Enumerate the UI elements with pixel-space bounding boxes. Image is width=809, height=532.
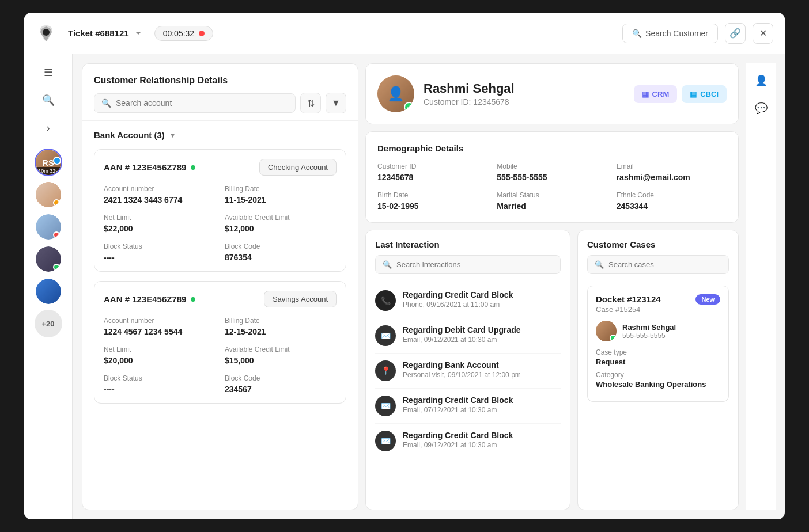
demo-field-birthdate: Birth Date 15-02-1995 <box>377 191 487 211</box>
link-icon-button[interactable]: 🔗 <box>725 23 746 44</box>
interaction-text-2: Regarding Bank Account Personal visit, 0… <box>403 360 521 379</box>
email-label: Email <box>617 162 727 170</box>
top-bar: Ticket #688121 00:05:32 🔍 Search Custome… <box>24 13 785 54</box>
left-panel-body: Bank Account (3) ▼ AAN # 123E456Z789 Che… <box>82 121 358 510</box>
email-icon-4: ✉️ <box>375 431 396 451</box>
interaction-title-0: Regarding Credit Card Block <box>403 290 513 299</box>
interactions-panel: Last Interaction 🔍 📞 Regarding Credit Ca… <box>365 230 570 510</box>
avail-credit-value: $12,000 <box>225 224 337 233</box>
expand-icon-button[interactable]: › <box>37 116 60 139</box>
account-field-block-code: Block Code 876354 <box>225 242 337 262</box>
account-field-net-limit: Net Limit $22,000 <box>104 214 216 233</box>
status-indicator <box>53 199 60 206</box>
account-type-badge-1: Checking Account <box>259 159 337 176</box>
account-field-block-status: Block Status ---- <box>104 242 216 262</box>
app-logo <box>36 23 56 44</box>
interaction-item-2: 📍 Regarding Bank Account Personal visit,… <box>375 354 561 389</box>
timer-display: 00:05:32 <box>154 26 214 41</box>
customer-avatar: 👤 ✓ <box>377 75 414 112</box>
account-field-block-status-2: Block Status ---- <box>104 374 216 394</box>
sort-filter-button[interactable]: ⇅ <box>300 93 321 113</box>
search-account-input[interactable] <box>116 98 288 108</box>
interaction-subtitle-3: Email, 07/12/2021 at 10:30 am <box>403 406 513 414</box>
agent-avatar-4[interactable] <box>35 278 62 305</box>
block-code-value: 876354 <box>225 253 337 262</box>
account-number-value-2: 1224 4567 1234 5544 <box>104 327 216 336</box>
app-window: Ticket #688121 00:05:32 🔍 Search Custome… <box>24 13 785 519</box>
block-status-value: ---- <box>104 253 216 262</box>
billing-date-label: Billing Date <box>225 185 337 193</box>
agent-timer: 10m 32s <box>36 167 61 175</box>
cases-header: Customer Cases 🔍 <box>578 230 738 279</box>
case-card-title-area: Docket #123124 Case #15254 <box>596 294 661 314</box>
interaction-text-1: Regarding Debit Card Upgrade Email, 09/1… <box>403 325 521 344</box>
main-layout: ☰ 🔍 › RS 10m 32s <box>24 54 785 519</box>
avail-credit-value-2: $15,000 <box>225 356 337 365</box>
left-panel-header: Customer Relationship Details 🔍 ⇅ ▼ <box>82 64 358 121</box>
agent-avatar-3[interactable] <box>35 245 62 273</box>
account-grid-1: Account number 2421 1324 3443 6774 Billi… <box>104 185 337 262</box>
chevron-down-icon <box>134 29 143 38</box>
active-dot-2 <box>191 297 195 302</box>
menu-icon-button[interactable]: ☰ <box>37 61 60 84</box>
case-person-phone: 555-555-5555 <box>622 332 676 340</box>
filter-button[interactable]: ▼ <box>326 93 346 113</box>
case-card-header: Docket #123124 Case #15254 New <box>596 294 720 314</box>
agent-avatar-1[interactable] <box>35 181 62 208</box>
cases-search-wrap: 🔍 <box>587 255 729 274</box>
interaction-subtitle-0: Phone, 09/16/2021 at 11:00 am <box>403 301 513 309</box>
aan-number-2: AAN # 123E456Z789 <box>104 294 195 304</box>
demographic-card: Demographic Details Customer ID 12345678… <box>365 131 739 223</box>
search-icon-button[interactable]: 🔍 <box>37 89 60 112</box>
case-number: Case #15254 <box>596 305 661 314</box>
interaction-text-3: Regarding Credit Card Block Email, 07/12… <box>403 396 513 414</box>
account-field-number-2: Account number 1224 4567 1234 5544 <box>104 317 216 336</box>
interactions-header: Last Interaction 🔍 <box>366 230 570 279</box>
billing-date-value-2: 12-15-2021 <box>225 327 337 336</box>
sidebar-left: ☰ 🔍 › RS 10m 32s <box>24 54 73 519</box>
case-category-value: Wholesale Banking Operations <box>596 380 720 389</box>
block-status-label: Block Status <box>104 242 216 250</box>
block-code-value-2: 234567 <box>225 385 337 394</box>
more-agents-badge[interactable]: +20 <box>35 310 62 337</box>
chat-icon-button[interactable]: 💬 <box>751 98 772 119</box>
ticket-badge[interactable]: Ticket #688121 <box>68 28 143 38</box>
demo-field-marital: Marital Status Married <box>497 191 607 211</box>
cbci-button[interactable]: ▦ CBCI <box>682 85 727 103</box>
user-icon-button[interactable]: 👤 <box>751 70 772 91</box>
case-category-label: Category <box>596 371 720 379</box>
billing-date-label-2: Billing Date <box>225 317 337 325</box>
ethnic-label: Ethnic Code <box>617 191 727 199</box>
avail-credit-label-2: Available Credit Limit <box>225 345 337 354</box>
customer-header: 👤 ✓ Rashmi Sehgal Customer ID: 12345678 … <box>377 75 727 112</box>
agent-avatar-2[interactable] <box>35 213 62 241</box>
account-number-label: Account number <box>104 185 216 193</box>
cbci-icon: ▦ <box>690 90 697 98</box>
customer-info: Rashmi Sehgal Customer ID: 12345678 <box>424 81 625 107</box>
account-field-net-limit-2: Net Limit $20,000 <box>104 345 216 365</box>
cases-panel: Customer Cases 🔍 Docket #123124 <box>577 230 739 510</box>
search-bar: 🔍 ⇅ ▼ <box>94 93 346 113</box>
case-type-label: Case type <box>596 348 720 356</box>
case-person-name: Rashmi Sehgal <box>622 323 676 332</box>
crm-button[interactable]: ▦ CRM <box>634 85 678 103</box>
email-value: rashmi@email.com <box>617 173 727 182</box>
search-account-icon: 🔍 <box>101 98 111 108</box>
search-account-wrap: 🔍 <box>94 93 296 113</box>
case-category-field: Category Wholesale Banking Operations <box>596 371 720 389</box>
marital-label: Marital Status <box>497 191 607 199</box>
aan-text-1: AAN # 123E456Z789 <box>104 162 186 172</box>
search-customer-button[interactable]: 🔍 Search Customer <box>622 24 718 43</box>
agent-avatar-active[interactable]: RS 10m 32s <box>35 149 62 176</box>
whatsapp-badge: ✓ <box>404 102 414 112</box>
case-person: Rashmi Sehgal 555-555-5555 <box>596 321 720 341</box>
account-field-avail-credit-2: Available Credit Limit $15,000 <box>225 345 337 365</box>
interaction-text-0: Regarding Credit Card Block Phone, 09/16… <box>403 290 513 309</box>
email-icon-3: ✉️ <box>375 396 396 416</box>
interactions-search-input[interactable] <box>396 260 553 269</box>
net-limit-value-2: $20,000 <box>104 356 216 365</box>
interaction-text-4: Regarding Credit Card Block Email, 09/12… <box>403 431 513 449</box>
visit-icon: 📍 <box>375 360 396 381</box>
cases-search-input[interactable] <box>608 260 721 269</box>
close-icon-button[interactable]: ✕ <box>753 23 773 44</box>
